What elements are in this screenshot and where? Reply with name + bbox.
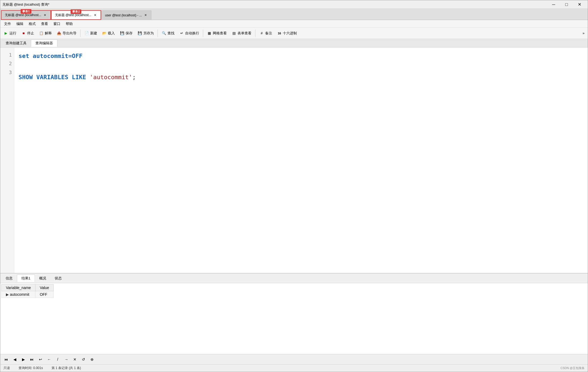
hex-button[interactable]: 16 十六进制 xyxy=(275,29,299,38)
nav-return[interactable]: ↩ xyxy=(37,356,44,363)
menu-help[interactable]: 帮助 xyxy=(63,20,75,27)
nav-refresh[interactable]: ↺ xyxy=(80,356,87,363)
query-creator-tab[interactable]: 查询创建工具 xyxy=(1,39,31,47)
run-button[interactable]: ▶ 运行 xyxy=(1,29,19,38)
comment-label: 备注 xyxy=(265,31,272,36)
nav-next[interactable]: ▶ xyxy=(20,356,27,363)
form-view-icon: ▤ xyxy=(232,31,236,36)
query-tabs: 查询创建工具 查询编辑器 xyxy=(0,39,588,48)
query-editor-tab[interactable]: 查询编辑器 xyxy=(31,39,57,47)
results-table: Variable_name Value ▶ autocommit OFF xyxy=(1,284,54,298)
tab-user[interactable]: user @test (localhost) - ... ✕ xyxy=(101,10,151,20)
hex-label: 十六进制 xyxy=(283,31,297,36)
save-as-icon: 💾 xyxy=(137,31,142,36)
cell-variable-name: ▶ autocommit xyxy=(2,291,35,298)
nav-back[interactable]: ← xyxy=(45,356,53,363)
menu-bar: 文件 编辑 格式 查看 窗口 帮助 xyxy=(0,20,588,28)
status-bar: 只读 查询时间: 0.001s 第 1 条记录 (共 1 条) CSDN @五包… xyxy=(0,364,588,372)
tab-close-1[interactable]: ✕ xyxy=(43,13,47,17)
keyword-autocommit: autocommit xyxy=(33,53,68,59)
form-view-label: 表单查看 xyxy=(238,31,251,36)
find-label: 查找 xyxy=(167,31,174,36)
run-icon: ▶ xyxy=(3,31,8,36)
main-window: 无标题 @test (localhost) 查询* ─ □ ✕ 无标题 @tes… xyxy=(0,0,588,372)
find-button[interactable]: 🔍 查找 xyxy=(159,29,177,38)
status-logo: CSDN @五包辣条 xyxy=(561,366,585,370)
close-button[interactable]: ✕ xyxy=(573,1,586,8)
menu-window[interactable]: 窗口 xyxy=(51,20,63,27)
run-label: 运行 xyxy=(9,31,16,36)
export-wizard-button[interactable]: 📤 导出向导 xyxy=(54,29,79,38)
nav-last[interactable]: ⏭ xyxy=(28,356,36,363)
row-indicator: ▶ xyxy=(6,292,10,297)
status-query-time: 查询时间: 0.001s xyxy=(19,366,43,370)
load-button[interactable]: 📂 载入 xyxy=(100,29,117,38)
tab-transaction2[interactable]: 无标题 @test (localhost... 事务2 ✕ xyxy=(51,10,101,20)
stop-button[interactable]: ■ 停止 xyxy=(19,29,36,38)
more-button[interactable]: » xyxy=(580,29,587,38)
minimize-button[interactable]: ─ xyxy=(547,1,560,8)
tab-label: user @test (localhost) - ... xyxy=(105,13,142,17)
tab-close-2[interactable]: ✕ xyxy=(93,13,97,17)
grid-view-button[interactable]: ▦ 网格查看 xyxy=(205,29,229,38)
tab-close-3[interactable]: ✕ xyxy=(144,13,148,17)
toolbar: ▶ 运行 ■ 停止 📋 解释 📤 导出向导 📄 新建 📂 载入 💾 保存 xyxy=(0,28,588,39)
results-content: Variable_name Value ▶ autocommit OFF xyxy=(0,283,588,354)
nav-forward[interactable]: → xyxy=(63,356,70,363)
new-button[interactable]: 📄 新建 xyxy=(82,29,99,38)
nav-cancel[interactable]: ✕ xyxy=(71,356,79,363)
nav-slash[interactable]: / xyxy=(54,356,61,363)
explain-button[interactable]: 📋 解释 xyxy=(37,29,54,38)
tab-badge-1: 事务1 xyxy=(21,9,31,14)
save-label: 保存 xyxy=(126,31,133,36)
auto-wrap-label: 自动换行 xyxy=(185,31,199,36)
sep4 xyxy=(255,30,255,37)
save-as-label: 另存为 xyxy=(143,31,154,36)
menu-view[interactable]: 查看 xyxy=(38,20,51,27)
save-as-button[interactable]: 💾 另存为 xyxy=(135,29,156,38)
results-tab-overview[interactable]: 概况 xyxy=(35,275,50,282)
stop-label: 停止 xyxy=(27,31,34,36)
keyword-set: set xyxy=(19,53,33,59)
results-area: 信息 结果1 概况 状态 Variable_name Value xyxy=(0,273,588,364)
save-icon: 💾 xyxy=(120,31,125,36)
line-numbers: 1 2 3 xyxy=(0,48,14,273)
save-button[interactable]: 💾 保存 xyxy=(118,29,135,38)
hex-icon: 16 xyxy=(277,31,282,36)
form-view-button[interactable]: ▤ 表单查看 xyxy=(229,29,254,38)
tab-transaction1[interactable]: 无标题 @test (localhost... 事务1 ✕ xyxy=(1,10,51,20)
results-tab-info[interactable]: 信息 xyxy=(1,275,17,282)
title-bar-text: 无标题 @test (localhost) 查询* xyxy=(2,2,547,7)
results-tabs: 信息 结果1 概况 状态 xyxy=(0,273,588,283)
table-row[interactable]: ▶ autocommit OFF xyxy=(2,291,54,298)
grid-view-label: 网格查看 xyxy=(213,31,227,36)
line-number-2: 2 xyxy=(2,59,12,68)
semicolon: ; xyxy=(132,74,136,81)
nav-bar: ⏮ ◀ ▶ ⏭ ↩ ← / → ✕ ↺ ⊕ xyxy=(0,354,588,364)
line-number-1: 1 xyxy=(2,51,12,59)
comment-button[interactable]: # 备注 xyxy=(257,29,274,38)
string-autocommit: 'autocommit' xyxy=(90,74,132,81)
code-editor[interactable]: 1 2 3 set autocommit=OFF SHOW VARIABLES … xyxy=(0,48,588,273)
code-content[interactable]: set autocommit=OFF SHOW VARIABLES LIKE '… xyxy=(14,48,588,273)
results-tab-result1[interactable]: 结果1 xyxy=(17,275,35,282)
status-readonly: 只读 xyxy=(3,366,10,370)
code-line-1: set autocommit=OFF xyxy=(19,51,583,61)
results-tab-status[interactable]: 状态 xyxy=(50,275,66,282)
explain-icon: 📋 xyxy=(39,31,44,36)
load-icon: 📂 xyxy=(102,31,107,36)
comment-icon: # xyxy=(259,31,264,36)
line-number-3: 3 xyxy=(2,68,12,77)
sep1 xyxy=(80,30,81,37)
menu-file[interactable]: 文件 xyxy=(1,20,14,27)
maximize-button[interactable]: □ xyxy=(560,1,573,8)
menu-format[interactable]: 格式 xyxy=(26,20,38,27)
nav-first[interactable]: ⏮ xyxy=(2,356,10,363)
auto-wrap-button[interactable]: ↵ 自动换行 xyxy=(177,29,201,38)
status-record-info: 第 1 条记录 (共 1 条) xyxy=(52,366,81,370)
load-label: 载入 xyxy=(108,31,115,36)
nav-add[interactable]: ⊕ xyxy=(88,356,96,363)
nav-prev[interactable]: ◀ xyxy=(11,356,19,363)
menu-edit[interactable]: 编辑 xyxy=(14,20,26,27)
value-off: OFF xyxy=(72,53,83,59)
